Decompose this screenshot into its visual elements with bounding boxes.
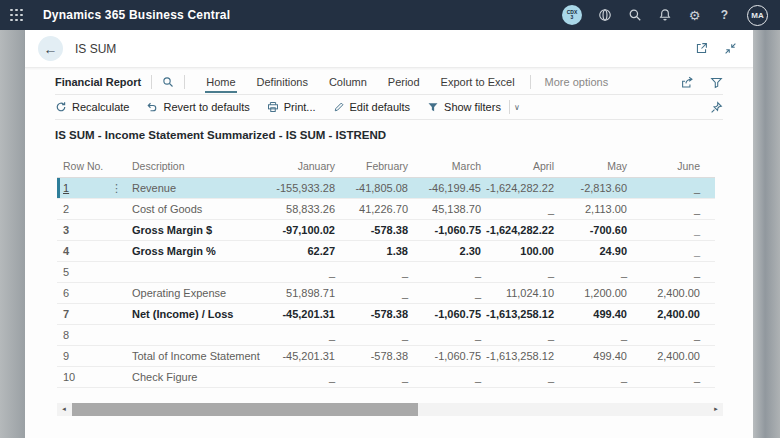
- cell-value[interactable]: -155,933.28: [262, 182, 335, 194]
- row-description[interactable]: Revenue: [132, 182, 262, 194]
- table-row[interactable]: 4 ⋮ Gross Margin % 62.27 1.38 2.30 100.0…: [57, 241, 715, 262]
- pin-icon[interactable]: [710, 101, 723, 114]
- row-no[interactable]: 10: [63, 371, 75, 383]
- revert-to-defaults-button[interactable]: Revert to defaults: [146, 101, 249, 113]
- cell-value[interactable]: _: [627, 371, 700, 383]
- cell-value[interactable]: -578.38: [335, 350, 408, 362]
- cell-value[interactable]: -1,624,282.22: [481, 224, 554, 236]
- cell-value[interactable]: 2,400.00: [627, 350, 700, 362]
- row-no[interactable]: 4: [63, 245, 69, 257]
- table-row[interactable]: 10 ⋮ Check Figure _ _ _ _ _ _: [57, 367, 715, 388]
- col-header-february[interactable]: February: [335, 160, 408, 172]
- context-menu-label[interactable]: Financial Report: [55, 76, 141, 88]
- cell-value[interactable]: -1,060.75: [408, 350, 481, 362]
- cell-value[interactable]: _: [554, 329, 627, 341]
- cell-value[interactable]: _: [481, 329, 554, 341]
- scroll-left-icon[interactable]: ◄: [57, 403, 71, 416]
- table-row[interactable]: 9 ⋮ Total of Income Statement -45,201.31…: [57, 346, 715, 367]
- cell-value[interactable]: -41,805.08: [335, 182, 408, 194]
- row-description[interactable]: Cost of Goods: [132, 203, 262, 215]
- cell-value[interactable]: _: [408, 329, 481, 341]
- col-header-description[interactable]: Description: [132, 160, 262, 172]
- row-no[interactable]: 7: [63, 308, 69, 320]
- user-avatar[interactable]: MA: [747, 5, 768, 26]
- chevron-down-icon[interactable]: ∨: [514, 103, 520, 112]
- open-in-new-window-icon[interactable]: [695, 42, 708, 55]
- row-description[interactable]: Operating Expense: [132, 287, 262, 299]
- cell-value[interactable]: 499.40: [554, 308, 627, 320]
- help-icon[interactable]: ?: [717, 8, 732, 23]
- filter-icon[interactable]: [710, 76, 723, 89]
- cell-value[interactable]: _: [335, 266, 408, 278]
- cell-value[interactable]: 62.27: [262, 245, 335, 257]
- col-header-march[interactable]: March: [408, 160, 481, 172]
- cell-value[interactable]: _: [335, 329, 408, 341]
- row-description[interactable]: Check Figure: [132, 371, 262, 383]
- col-header-january[interactable]: January: [262, 160, 335, 172]
- row-options-dots-icon[interactable]: ⋮: [111, 182, 132, 195]
- cell-value[interactable]: -45,201.31: [262, 308, 335, 320]
- row-no[interactable]: 8: [63, 329, 69, 341]
- row-no[interactable]: 6: [63, 287, 69, 299]
- row-description[interactable]: Total of Income Statement: [132, 350, 262, 362]
- table-row[interactable]: 3 ⋮ Gross Margin $ -97,100.02 -578.38 -1…: [57, 220, 715, 241]
- col-header-row-no[interactable]: Row No.: [57, 160, 132, 172]
- settings-gear-icon[interactable]: ⚙: [687, 8, 702, 23]
- app-launcher-waffle-icon[interactable]: [10, 9, 23, 22]
- more-options-button[interactable]: More options: [545, 76, 609, 88]
- scrollbar-thumb[interactable]: [72, 403, 418, 416]
- cell-value[interactable]: -1,624,282.22: [481, 182, 554, 194]
- row-description[interactable]: Gross Margin %: [132, 245, 262, 257]
- row-no[interactable]: 1: [63, 182, 69, 194]
- cell-value[interactable]: _: [627, 182, 700, 194]
- share-icon[interactable]: [681, 76, 694, 89]
- tab-period[interactable]: Period: [387, 72, 421, 93]
- col-header-june[interactable]: June: [627, 160, 700, 172]
- cell-value[interactable]: -578.38: [335, 308, 408, 320]
- cell-value[interactable]: 41,226.70: [335, 203, 408, 215]
- row-no[interactable]: 2: [63, 203, 69, 215]
- cell-value[interactable]: _: [408, 287, 481, 299]
- cell-value[interactable]: _: [627, 203, 700, 215]
- table-row[interactable]: 6 ⋮ Operating Expense 51,898.71 _ _ 11,0…: [57, 283, 715, 304]
- cell-value[interactable]: -1,613,258.12: [481, 308, 554, 320]
- cell-value[interactable]: -700.60: [554, 224, 627, 236]
- cell-value[interactable]: -45,201.31: [262, 350, 335, 362]
- row-no[interactable]: 3: [63, 224, 69, 236]
- table-row[interactable]: 7 ⋮ Net (Income) / Loss -45,201.31 -578.…: [57, 304, 715, 325]
- cell-value[interactable]: 24.90: [554, 245, 627, 257]
- edit-defaults-button[interactable]: Edit defaults: [333, 101, 411, 113]
- cell-value[interactable]: _: [481, 266, 554, 278]
- cell-value[interactable]: 2,113.00: [554, 203, 627, 215]
- copilot-icon[interactable]: [597, 8, 612, 23]
- cell-value[interactable]: 45,138.70: [408, 203, 481, 215]
- cell-value[interactable]: _: [335, 371, 408, 383]
- row-description[interactable]: Gross Margin $: [132, 224, 262, 236]
- cell-value[interactable]: 11,024.10: [481, 287, 554, 299]
- cell-value[interactable]: 51,898.71: [262, 287, 335, 299]
- cell-value[interactable]: 1,200.00: [554, 287, 627, 299]
- cell-value[interactable]: 58,833.26: [262, 203, 335, 215]
- cell-value[interactable]: 2.30: [408, 245, 481, 257]
- cell-value[interactable]: _: [627, 329, 700, 341]
- tab-definitions[interactable]: Definitions: [256, 72, 309, 93]
- cell-value[interactable]: 2,400.00: [627, 287, 700, 299]
- cell-value[interactable]: _: [627, 245, 700, 257]
- cell-value[interactable]: -1,613,258.12: [481, 350, 554, 362]
- recalculate-button[interactable]: Recalculate: [55, 101, 129, 113]
- col-header-may[interactable]: May: [554, 160, 627, 172]
- cell-value[interactable]: -1,060.75: [408, 308, 481, 320]
- cell-value[interactable]: 499.40: [554, 350, 627, 362]
- cell-value[interactable]: _: [554, 266, 627, 278]
- table-row[interactable]: 8 ⋮ _ _ _ _ _ _: [57, 325, 715, 346]
- cell-value[interactable]: _: [627, 266, 700, 278]
- cell-value[interactable]: _: [335, 287, 408, 299]
- print-button[interactable]: Print...: [267, 101, 316, 113]
- cell-value[interactable]: -2,813.60: [554, 182, 627, 194]
- row-no[interactable]: 9: [63, 350, 69, 362]
- table-row[interactable]: 2 ⋮ Cost of Goods 58,833.26 41,226.70 45…: [57, 199, 715, 220]
- row-description[interactable]: Net (Income) / Loss: [132, 308, 262, 320]
- collapse-icon[interactable]: [724, 42, 737, 55]
- col-header-april[interactable]: April: [481, 160, 554, 172]
- cell-value[interactable]: _: [554, 371, 627, 383]
